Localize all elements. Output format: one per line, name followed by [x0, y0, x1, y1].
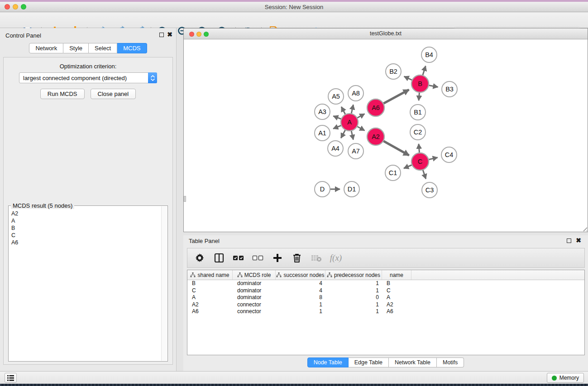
cell-successor-nodes: 1 — [276, 301, 325, 309]
column-label: successor nodes — [283, 272, 324, 278]
graph-node-C3[interactable]: C3 — [422, 182, 437, 198]
mcds-panel: Optimization criterion: largest connecte… — [3, 57, 173, 365]
table-row[interactable]: Adominator80A — [187, 294, 584, 301]
column-header-filler — [411, 270, 584, 280]
svg-text:C3: C3 — [425, 186, 434, 194]
cell-name: A6 — [382, 308, 411, 315]
column-header-successor-nodes[interactable]: successor nodes — [276, 270, 325, 280]
cell-shared-name: A2 — [187, 301, 233, 309]
graph-node-C[interactable]: C — [411, 153, 429, 170]
table-tab-node-table[interactable]: Node Table — [307, 357, 349, 367]
status-bar: Memory — [0, 371, 588, 384]
network-file-title: testGlobe.txt — [184, 30, 588, 37]
cell-predecessor-nodes: 1 — [325, 308, 382, 315]
desktop-bottom-strip — [0, 384, 588, 386]
table-panel-title: Table Panel — [189, 238, 220, 244]
graph-node-B2[interactable]: B2 — [386, 64, 401, 79]
graph-node-A3[interactable]: A3 — [315, 104, 330, 119]
table-float-icon[interactable] — [567, 238, 571, 243]
tab-network[interactable]: Network — [29, 43, 63, 53]
result-item[interactable]: A2 — [11, 210, 160, 217]
table-header-row[interactable]: shared nameMCDS rolesuccessor nodesprede… — [187, 270, 584, 280]
add-column-icon[interactable] — [272, 252, 283, 264]
table-tabs: Node TableEdge TableNetwork TableMotifs — [183, 357, 588, 367]
delete-column-icon[interactable] — [291, 252, 303, 264]
cell-successor-nodes: 1 — [276, 308, 325, 315]
graph-node-A7[interactable]: A7 — [348, 143, 363, 159]
close-panel-icon[interactable]: ✖ — [167, 31, 172, 38]
settings-gear-icon[interactable] — [194, 252, 206, 264]
mcds-result-list[interactable]: A2ABCA6 — [10, 210, 160, 360]
column-header-shared-name[interactable]: shared name — [187, 270, 233, 280]
graph-node-B[interactable]: B — [411, 75, 429, 92]
table-row[interactable]: Bdominator41B — [187, 280, 584, 287]
table-row[interactable]: A2connector11A2 — [187, 301, 584, 309]
select-spinner-icon — [148, 72, 157, 83]
result-item[interactable]: B — [11, 224, 160, 232]
graph-node-D1[interactable]: D1 — [344, 181, 359, 197]
function-builder-icon[interactable]: f(x) — [330, 252, 342, 264]
window-edge-grip[interactable] — [184, 196, 186, 202]
graph-node-B3[interactable]: B3 — [442, 81, 457, 97]
app-titlebar: Session: New Session — [0, 2, 588, 12]
graph-node-B1[interactable]: B1 — [410, 105, 425, 120]
graph-node-A1[interactable]: A1 — [315, 125, 330, 141]
task-list-button[interactable] — [5, 373, 17, 383]
column-label: predecessor nodes — [334, 272, 380, 278]
svg-text:C: C — [418, 158, 422, 165]
table-close-icon[interactable]: ✖ — [576, 237, 581, 244]
delete-table-icon[interactable] — [311, 252, 322, 264]
column-header-MCDS-role[interactable]: MCDS role — [233, 270, 276, 280]
table-tab-motifs[interactable]: Motifs — [437, 357, 464, 367]
graph-node-B4[interactable]: B4 — [421, 47, 437, 62]
svg-text:A2: A2 — [372, 133, 380, 140]
tab-select[interactable]: Select — [89, 43, 117, 53]
network-window-titlebar[interactable]: testGlobe.txt — [184, 29, 588, 39]
cell-MCDS-role: connector — [233, 308, 276, 315]
result-item[interactable]: A6 — [11, 239, 160, 246]
svg-text:A1: A1 — [318, 129, 326, 137]
graph-node-A4[interactable]: A4 — [328, 141, 343, 156]
split-view-icon[interactable] — [213, 252, 225, 264]
column-header-name[interactable]: name — [382, 270, 411, 280]
tab-style[interactable]: Style — [63, 43, 89, 53]
graph-node-D[interactable]: D — [315, 181, 330, 197]
optimization-criterion-select[interactable]: largest connected component (directed) — [19, 72, 157, 83]
result-item[interactable]: A — [11, 217, 160, 224]
graph-node-A6[interactable]: A6 — [367, 99, 384, 116]
table-tab-network-table[interactable]: Network Table — [389, 357, 437, 367]
mcds-result-box: MCDS result (5 nodes) A2ABCA6 — [8, 205, 168, 362]
cell-shared-name: C — [187, 287, 233, 295]
graph-node-C2[interactable]: C2 — [410, 124, 425, 140]
table-body: Bdominator41BCdominator41CAdominator80AA… — [187, 280, 584, 315]
main-toolbar — [0, 12, 588, 28]
cell-predecessor-nodes: 1 — [325, 301, 382, 309]
table-row[interactable]: Cdominator41C — [187, 287, 584, 295]
svg-text:B2: B2 — [389, 68, 397, 75]
graph-node-A8[interactable]: A8 — [348, 86, 363, 101]
result-item[interactable]: C — [11, 232, 160, 239]
graph-node-A[interactable]: A — [341, 114, 358, 131]
graph-node-C1[interactable]: C1 — [385, 165, 401, 181]
result-scrollbar[interactable] — [161, 206, 167, 361]
run-mcds-button[interactable]: Run MCDS — [40, 89, 85, 99]
svg-text:D: D — [320, 186, 325, 193]
network-graph[interactable]: B4B2BB3A8A5A6A3B1AC2A1A2A4A7C4CC1C3DD1 — [184, 39, 588, 232]
float-panel-icon[interactable] — [159, 33, 164, 37]
network-canvas[interactable]: B4B2BB3A8A5A6A3B1AC2A1A2A4A7C4CC1C3DD1 — [184, 39, 588, 232]
memory-button[interactable]: Memory — [547, 373, 584, 383]
close-panel-button[interactable]: Close panel — [91, 89, 136, 99]
select-all-icon[interactable] — [233, 252, 244, 264]
tab-mcds[interactable]: MCDS — [117, 43, 147, 53]
memory-status-icon — [552, 376, 557, 381]
table-tab-edge-table[interactable]: Edge Table — [349, 357, 389, 367]
column-label: shared name — [197, 272, 229, 278]
graph-node-C4[interactable]: C4 — [441, 147, 457, 162]
column-header-predecessor-nodes[interactable]: predecessor nodes — [325, 270, 382, 280]
deselect-all-icon[interactable] — [252, 252, 264, 264]
graph-node-A5[interactable]: A5 — [328, 89, 344, 104]
graph-node-A2[interactable]: A2 — [367, 128, 384, 145]
table-row[interactable]: A6connector11A6 — [187, 308, 584, 315]
cell-name: C — [382, 287, 411, 295]
node-table[interactable]: shared nameMCDS rolesuccessor nodesprede… — [187, 270, 585, 355]
